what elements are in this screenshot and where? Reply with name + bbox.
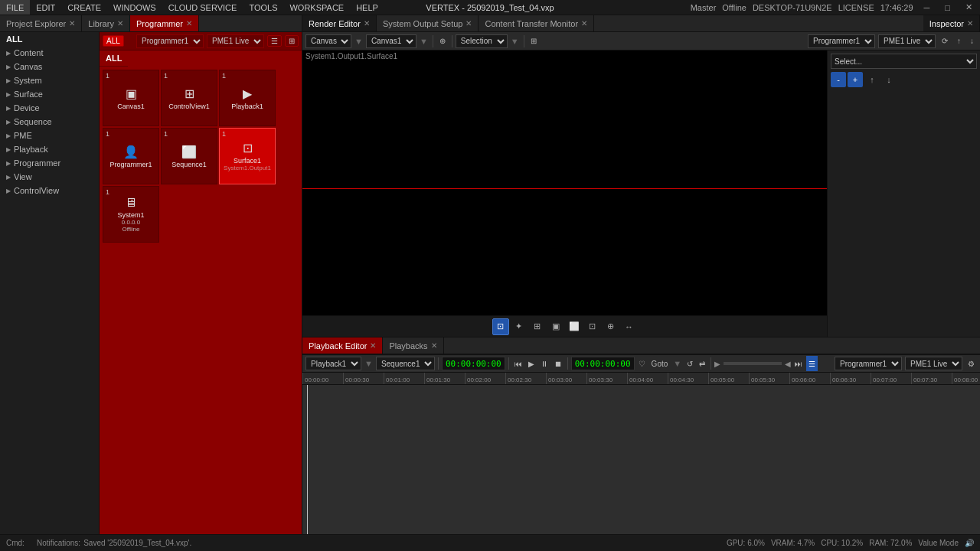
playback-sequence-select[interactable]: Sequence1 [376, 357, 435, 370]
pb-heart-button[interactable]: ♡ [636, 356, 648, 371]
close-content-transfer[interactable]: ✕ [581, 19, 587, 28]
sidebar-item-sequence[interactable]: ▶ Sequence [0, 115, 99, 129]
sidebar-item-programmer[interactable]: ▶ Programmer [0, 156, 99, 170]
pb-loop-button[interactable]: ↺ [684, 356, 695, 371]
close-button[interactable]: ✕ [961, 2, 977, 12]
notifications-label: Notifications: [37, 539, 80, 547]
goto-button[interactable]: Goto [649, 356, 671, 371]
view-list-button[interactable]: ☰ [267, 35, 282, 47]
inspector-minus-button[interactable]: - [831, 72, 846, 87]
prog-item-canvas1[interactable]: 1 ▣ Canvas1 [103, 70, 159, 126]
tab-playback-editor[interactable]: Playback Editor ✕ [302, 337, 383, 354]
close-render-editor[interactable]: ✕ [364, 19, 370, 28]
pb-speed-button[interactable]: ⇄ [697, 356, 707, 371]
close-project-explorer[interactable]: ✕ [69, 19, 75, 28]
chevron-content-icon: ▶ [6, 50, 11, 57]
cbt-select-button[interactable]: ⊡ [492, 318, 509, 335]
inspect-up-button[interactable]: ↑ [954, 34, 964, 49]
menu-create[interactable]: CREATE [61, 0, 107, 15]
close-playback-editor[interactable]: ✕ [370, 341, 376, 350]
sidebar-item-all[interactable]: ALL [0, 32, 99, 46]
inspector-plus-button[interactable]: + [848, 72, 863, 87]
sidebar-item-view[interactable]: ▶ View [0, 170, 99, 184]
cbt-tool4-button[interactable]: ▣ [547, 318, 564, 335]
chevron-canvas-icon: ▶ [6, 64, 11, 70]
canvas1-select[interactable]: Canvas1 [366, 34, 416, 48]
sidebar-item-surface[interactable]: ▶ Surface [0, 87, 99, 101]
sidebar-item-content[interactable]: ▶ Content [0, 46, 99, 60]
inspector-programmer-select[interactable]: Programmer1 [808, 34, 875, 48]
menu-file[interactable]: FILE [0, 0, 30, 15]
menu-windows[interactable]: WINDOWS [107, 0, 162, 15]
tab-system-output[interactable]: System Output Setup ✕ [377, 15, 479, 31]
pb-skip-button[interactable]: ⏭ [792, 356, 805, 371]
tab-library[interactable]: Library ✕ [82, 15, 130, 31]
sidebar-item-device[interactable]: ▶ Device [0, 101, 99, 115]
menu-tools[interactable]: TOOLS [243, 0, 283, 15]
sidebar-item-controlview[interactable]: ▶ ControlView [0, 184, 99, 197]
fit-button[interactable]: ⊕ [436, 34, 449, 49]
inspect-down-button[interactable]: ↓ [967, 34, 977, 49]
speaker-icon[interactable]: 🔊 [965, 539, 974, 547]
tab-project-explorer[interactable]: Project Explorer ✕ [0, 15, 82, 31]
cbt-tool6-button[interactable]: ⊡ [584, 318, 601, 335]
sidebar-item-playback[interactable]: ▶ Playback [0, 142, 99, 156]
close-inspector[interactable]: ✕ [967, 19, 973, 28]
volume-slider[interactable] [724, 362, 782, 365]
tab-playbacks[interactable]: Playbacks ✕ [383, 337, 443, 354]
render-area: Render Editor ✕ System Output Setup ✕ Co… [302, 15, 980, 337]
inspect-refresh-button[interactable]: ⟳ [939, 34, 951, 49]
pme-select[interactable]: PME1 Live [207, 34, 264, 48]
tab-programmer[interactable]: Programmer ✕ [130, 15, 199, 31]
prog-item-system1[interactable]: 1 🖥 System1 0.0.0.0 Offline [103, 186, 159, 243]
prog-item-programmer1[interactable]: 1 👤 Programmer1 [103, 128, 159, 184]
maximize-button[interactable]: □ [940, 3, 955, 12]
pb-pme-select[interactable]: PME1 Live [905, 357, 962, 370]
prog-item-sequence1[interactable]: 1 ⬜ Sequence1 [161, 128, 217, 184]
pb-programmer-select[interactable]: Programmer1 [835, 357, 902, 370]
menu-workspace[interactable]: WORKSPACE [283, 0, 350, 15]
sidebar-item-system[interactable]: ▶ System [0, 73, 99, 87]
pb-play-button[interactable]: ▶ [526, 356, 537, 371]
close-system-output[interactable]: ✕ [466, 19, 472, 28]
inspector-object-select[interactable]: Select... [831, 54, 977, 69]
selection-select[interactable]: Selection [456, 34, 508, 48]
cbt-tool7-button[interactable]: ⊕ [603, 318, 619, 335]
tab-content-transfer[interactable]: Content Transfer Monitor ✕ [479, 15, 594, 31]
inspector-pme-select[interactable]: PME1 Live [878, 34, 936, 48]
pb-stop-button[interactable]: ⏹ [552, 356, 564, 371]
prog-all-button[interactable]: ALL [100, 51, 128, 67]
close-programmer[interactable]: ✕ [186, 19, 192, 28]
offline-label: Offline [722, 3, 746, 12]
timeline-cursor[interactable] [307, 385, 308, 534]
prog-item-surface1[interactable]: 1 ⊡ Surface1 System1.Output1 [219, 128, 276, 184]
grid-button[interactable]: ⊞ [528, 34, 540, 49]
cbt-move-button[interactable]: ⊞ [529, 318, 546, 335]
close-library[interactable]: ✕ [117, 19, 123, 28]
menu-cloud-service[interactable]: CLOUD SERVICE [162, 0, 243, 15]
view-grid-button[interactable]: ⊞ [285, 35, 299, 47]
inspector-down-button[interactable]: ↓ [881, 72, 897, 87]
prog-item-playback1[interactable]: 1 ▶ Playback1 [219, 70, 276, 126]
close-playbacks[interactable]: ✕ [431, 341, 437, 350]
playback-playback-select[interactable]: Playback1 [305, 357, 361, 370]
pb-settings-button[interactable]: ⚙ [965, 356, 977, 371]
pb-prev-button[interactable]: ⏮ [512, 356, 524, 371]
programmer-select[interactable]: Programmer1 [136, 34, 204, 48]
minimize-button[interactable]: ─ [920, 3, 935, 12]
tab-render-editor[interactable]: Render Editor ✕ [302, 15, 377, 31]
cbt-tool5-button[interactable]: ⬜ [566, 318, 583, 335]
pb-timeline-button[interactable]: ☰ [806, 356, 818, 371]
sidebar-item-canvas[interactable]: ▶ Canvas [0, 60, 99, 73]
inspector-up-button[interactable]: ↑ [864, 72, 880, 87]
tab-inspector[interactable]: Inspector ✕ [923, 15, 980, 31]
all-filter-button[interactable]: ALL [103, 35, 124, 47]
cbt-tool8-button[interactable]: ↔ [621, 318, 638, 335]
cbt-cursor-button[interactable]: ✦ [511, 318, 528, 335]
prog-item-controlview1[interactable]: 1 ⊞ ControlView1 [161, 70, 217, 126]
canvas-select[interactable]: Canvas [305, 34, 351, 48]
menu-edit[interactable]: EDIT [30, 0, 61, 15]
pb-pause-button[interactable]: ⏸ [538, 356, 550, 371]
menu-help[interactable]: HELP [350, 0, 384, 15]
sidebar-item-pme[interactable]: ▶ PME [0, 129, 99, 142]
